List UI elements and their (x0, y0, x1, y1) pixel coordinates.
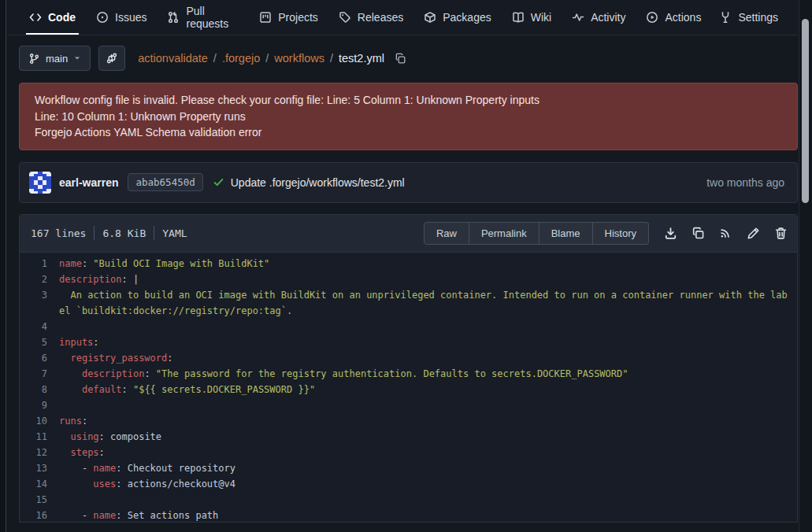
code-line: el `buildkit:docker://registry/repo:tag`… (20, 303, 797, 319)
line-number[interactable]: 9 (20, 397, 59, 413)
line-content: - name: Checkout repository (59, 460, 240, 476)
file-action-icons (662, 224, 789, 242)
line-number[interactable]: 11 (20, 429, 59, 445)
line-content: registry_password: (59, 350, 178, 366)
line-number[interactable]: 7 (20, 366, 59, 382)
line-content (59, 319, 64, 334)
divider (154, 226, 154, 240)
tab-settings[interactable]: Settings (711, 0, 786, 35)
repo-tab-bar: Code Issues Pull requests Projects Relea… (7, 0, 798, 35)
commit-message[interactable]: Update .forgejo/workflows/test2.yml (231, 176, 405, 189)
code-line: 9 (20, 397, 797, 413)
tab-packages[interactable]: Packages (416, 0, 499, 35)
commit-status-success[interactable] (213, 176, 224, 188)
scrollbar-thumb[interactable] (802, 19, 809, 203)
edit-button[interactable] (744, 224, 762, 242)
code-lines: 1name: "Build OCI Image with BuildKit"2d… (20, 253, 797, 523)
file-size: 6.8 KiB (102, 227, 146, 239)
line-content: inputs: (59, 334, 104, 350)
breadcrumb-dir-link[interactable]: .forgejo (222, 52, 260, 65)
tab-pull-requests[interactable]: Pull requests (159, 0, 247, 35)
line-number[interactable]: 12 (20, 445, 59, 460)
line-content (59, 492, 64, 508)
tab-label: Settings (738, 11, 778, 24)
line-number[interactable]: 2 (20, 272, 59, 287)
line-number[interactable]: 15 (20, 492, 59, 508)
file-line-count: 167 lines (31, 227, 86, 239)
delete-button[interactable] (772, 224, 789, 242)
tab-code[interactable]: Code (21, 0, 83, 35)
line-number[interactable]: 1 (20, 256, 59, 272)
line-number[interactable]: 8 (20, 382, 59, 397)
identicon-image (29, 172, 51, 194)
code-icon (29, 11, 42, 24)
code-line: 2description: | (20, 272, 797, 287)
code-line: 5inputs: (20, 334, 797, 350)
breadcrumb-current-file: test2.yml (339, 52, 384, 65)
download-button[interactable] (662, 224, 679, 242)
code-line: 11 using: composite (20, 429, 797, 445)
code-line: 3 An action to build an OCI image with B… (20, 287, 797, 303)
line-number[interactable]: 3 (20, 287, 59, 303)
code-line: 15 (20, 492, 797, 508)
line-content: An action to build an OCI image with Bui… (59, 287, 792, 303)
line-number[interactable]: 10 (20, 413, 59, 429)
workflow-error-banner: Workflow config file is invalid. Please … (19, 83, 798, 150)
breadcrumb-dir-link[interactable]: workflows (274, 52, 324, 65)
copy-path-button[interactable] (395, 53, 406, 65)
tab-projects[interactable]: Projects (251, 0, 326, 35)
file-location-bar: main actionvalidate / .forgejo / workflo… (19, 46, 798, 71)
tab-wiki[interactable]: Wiki (504, 0, 559, 35)
tab-actions[interactable]: Actions (638, 0, 709, 35)
raw-button[interactable]: Raw (424, 222, 469, 245)
breadcrumb-repo-link[interactable]: actionvalidate (138, 52, 208, 65)
line-number[interactable]: 6 (20, 350, 59, 366)
tab-releases[interactable]: Releases (331, 0, 411, 35)
branch-selector[interactable]: main (19, 46, 91, 71)
history-button[interactable]: History (593, 222, 649, 245)
file-header: 167 lines 6.8 KiB YAML Raw Permalink Bla… (20, 215, 797, 253)
copy-icon (691, 227, 705, 240)
commit-sha-badge[interactable]: abab65450d (128, 173, 202, 191)
compare-button[interactable] (98, 46, 125, 71)
tab-label: Code (48, 11, 76, 24)
line-number[interactable]: 4 (20, 319, 59, 334)
rss-feed-button[interactable] (717, 224, 734, 242)
package-icon (424, 11, 436, 24)
tools-icon (719, 11, 732, 24)
blame-button[interactable]: Blame (539, 222, 593, 245)
issue-icon (96, 11, 109, 24)
code-line: 4 (20, 319, 797, 334)
error-line: Workflow config file is invalid. Please … (35, 92, 782, 109)
code-line: 1name: "Build OCI Image with BuildKit" (20, 256, 797, 272)
line-number[interactable]: 5 (20, 334, 59, 350)
copy-icon (395, 53, 406, 65)
tab-label: Issues (115, 11, 146, 24)
line-content: steps: (59, 445, 109, 460)
line-number[interactable] (20, 303, 59, 319)
tab-label: Projects (278, 11, 318, 24)
code-line: 12 steps: (20, 445, 797, 460)
avatar[interactable] (29, 172, 51, 194)
scrollbar-track[interactable] (799, 0, 812, 532)
line-number[interactable]: 16 (20, 508, 59, 523)
code-line: 6 registry_password: (20, 350, 797, 366)
tab-label: Packages (443, 11, 491, 24)
tab-label: Activity (591, 11, 625, 24)
tab-issues[interactable]: Issues (88, 0, 154, 35)
permalink-button[interactable]: Permalink (469, 222, 539, 245)
code-line: 14 uses: actions/checkout@v4 (20, 476, 797, 492)
line-content: name: "Build OCI Image with BuildKit" (59, 256, 274, 272)
code-line: 7 description: "The password for the reg… (20, 366, 797, 382)
latest-commit-panel: earl-warren abab65450d Update .forgejo/w… (19, 162, 798, 203)
pull-request-icon (167, 11, 180, 24)
line-number[interactable]: 13 (20, 460, 59, 476)
commit-author[interactable]: earl-warren (59, 176, 118, 189)
line-content: description: "The password for the regis… (59, 366, 633, 382)
divider (94, 226, 95, 240)
copy-content-button[interactable] (689, 224, 706, 242)
line-number[interactable]: 14 (20, 476, 59, 492)
file-language: YAML (162, 227, 187, 239)
code-line: 8 default: "${{ secrets.DOCKER_PASSWORD … (20, 382, 797, 397)
tab-activity[interactable]: Activity (564, 0, 633, 35)
